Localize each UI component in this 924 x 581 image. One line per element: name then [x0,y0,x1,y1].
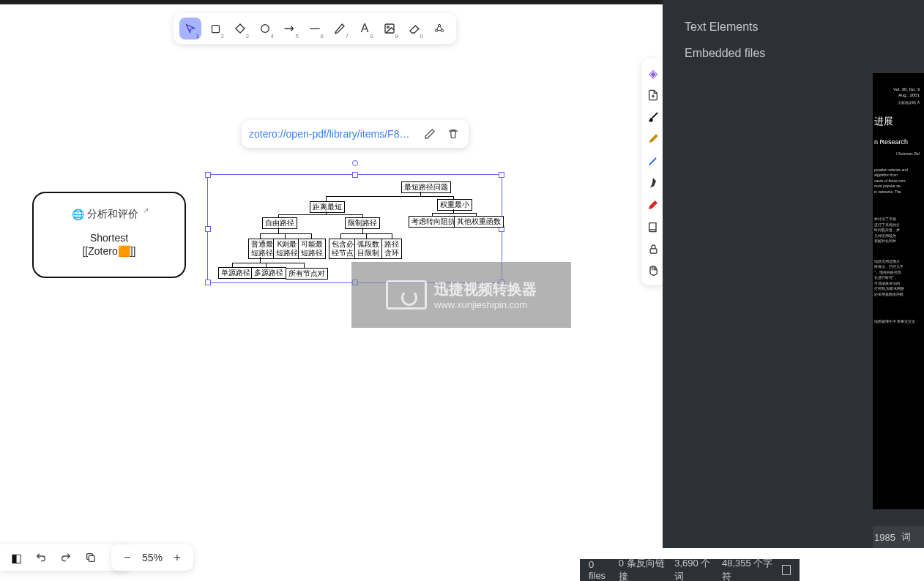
status-chars: 48,355 个字符 [722,557,773,581]
pdf-preview-pane: Vol. 30, No. 3Aug., 2001 文献标识码 A 进展 n Re… [873,0,924,548]
link-url[interactable]: zotero://open-pdf/library/items/F8… [249,128,414,140]
status-bar: 0 files 0 条反向链接 3,690 个词 48,355 个字符 [580,559,800,581]
rotate-handle[interactable] [352,160,358,166]
watermark-logo-icon [386,280,427,310]
resize-handle[interactable] [205,280,211,285]
resize-handle[interactable] [205,226,211,232]
zoom-toolbar: − 55% + [111,544,193,571]
status-files: 0 files [589,559,610,581]
pdf-caption-bar: 1985 词 [873,526,924,548]
canvas[interactable]: zotero://open-pdf/library/items/F8… 🌐 分析… [0,4,663,581]
status-pane-icon[interactable] [782,565,791,575]
link-popup: zotero://open-pdf/library/items/F8… [242,120,469,148]
status-words: 3,690 个词 [674,557,713,581]
right-sidebar: Text Elements Embedded files [663,0,873,548]
external-link-icon[interactable]: ↗ [143,206,149,214]
redo-icon[interactable] [57,549,75,566]
card-body: Shortest [[Zotero🟧]] [44,231,174,258]
resize-handle[interactable] [205,172,211,178]
status-backlinks: 0 条反向链接 [619,557,666,581]
menu-icon[interactable]: ◧ [7,549,25,566]
pdf-page[interactable]: Vol. 30, No. 3Aug., 2001 文献标识码 A 进展 n Re… [873,73,924,509]
zoom-in-icon[interactable]: + [168,549,186,566]
edit-link-icon[interactable] [422,126,438,142]
svg-rect-9 [89,555,94,561]
card-title: 分析和评价 [87,208,138,221]
copy-icon[interactable] [82,549,100,566]
sidebar-item-embedded-files[interactable]: Embedded files [685,47,851,60]
delete-link-icon[interactable] [445,126,461,142]
watermark-overlay: 迅捷视频转换器 www.xunjieshipin.com [351,262,571,328]
globe-icon: 🌐 [72,209,84,220]
sidebar-item-text-elements[interactable]: Text Elements [685,20,851,34]
zoom-level[interactable]: 55% [142,552,163,563]
note-card[interactable]: 🌐 分析和评价 ↗ Shortest [[Zotero🟧]] [32,192,186,278]
resize-handle[interactable] [352,172,358,178]
resize-handle[interactable] [499,172,504,178]
undo-icon[interactable] [32,549,50,566]
zoom-out-icon[interactable]: − [119,549,136,566]
